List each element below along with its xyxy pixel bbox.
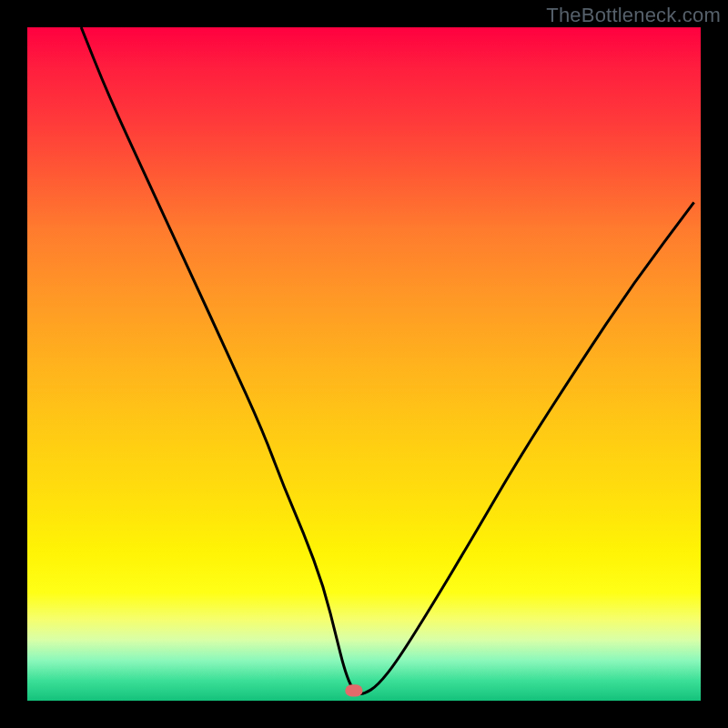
watermark-label: TheBottleneck.com <box>546 4 721 27</box>
plot-area <box>27 27 701 701</box>
chart-svg <box>27 27 701 701</box>
chart-container: TheBottleneck.com <box>0 0 728 728</box>
min-marker <box>345 684 362 696</box>
curve-line <box>81 27 693 694</box>
